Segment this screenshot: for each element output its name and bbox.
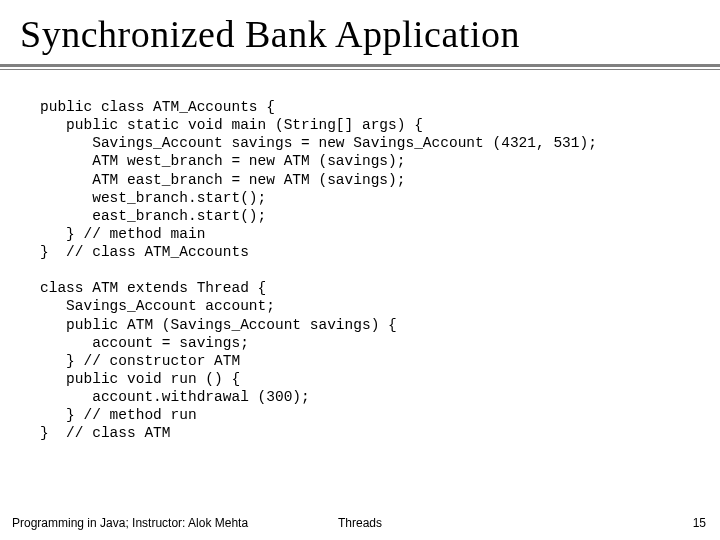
code-block-1: public class ATM_Accounts { public stati… <box>40 99 597 260</box>
rule-thick <box>0 64 720 67</box>
footer: Programming in Java; Instructor: Alok Me… <box>0 512 720 530</box>
code-area: public class ATM_Accounts { public stati… <box>0 70 720 442</box>
title-rule <box>0 64 720 70</box>
footer-center: Threads <box>0 516 720 530</box>
code-block-2: class ATM extends Thread { Savings_Accou… <box>40 280 397 441</box>
slide: Synchronized Bank Application public cla… <box>0 0 720 540</box>
footer-page-number: 15 <box>693 516 706 530</box>
slide-title: Synchronized Bank Application <box>0 0 720 62</box>
rule-thin <box>0 69 720 70</box>
